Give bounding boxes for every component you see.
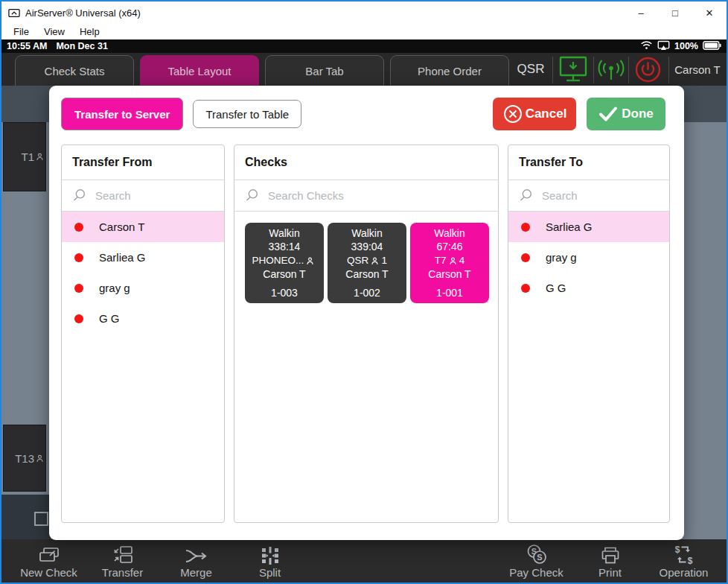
all-checkbox[interactable] (34, 512, 48, 526)
wireless-signal-icon[interactable] (596, 53, 626, 86)
transfer-from-panel: Transfer From Carson T Sarliea G (61, 145, 225, 523)
transfer-to-table-button[interactable]: Transfer to Table (193, 100, 301, 128)
window-title: AirServer® Universal (x64) (25, 7, 141, 19)
status-date: Mon Dec 31 (56, 41, 107, 51)
server-row-gray-g[interactable]: gray g (62, 273, 224, 303)
check-table: QSR (347, 254, 368, 268)
operation-button[interactable]: $ $ Operation (647, 544, 721, 579)
toolbar-label: New Check (20, 566, 77, 579)
server-row-sarliea-g[interactable]: Sarliea G (62, 242, 224, 273)
print-button[interactable]: Print (573, 544, 647, 579)
divider (668, 57, 669, 83)
screen-share-icon[interactable] (557, 53, 590, 86)
merge-icon (185, 544, 208, 565)
menu-help[interactable]: Help (72, 26, 107, 37)
battery-icon (703, 41, 721, 52)
current-user-label[interactable]: Carson T (670, 53, 725, 86)
server-row-carson-t[interactable]: Carson T (62, 212, 224, 242)
table-id: T1 (21, 150, 34, 163)
server-row-gray-g[interactable]: gray g (508, 242, 669, 273)
titlebar: AirServer® Universal (x64) – □ ✕ (1, 1, 727, 24)
tab-check-stats[interactable]: Check Stats (15, 55, 134, 86)
check-type: Walkin (351, 226, 383, 241)
search-icon (518, 188, 534, 203)
split-button[interactable]: Split (233, 544, 307, 579)
power-icon[interactable] (632, 53, 663, 86)
svg-text:$: $ (675, 545, 680, 555)
status-dot (74, 284, 83, 293)
status-dot (521, 223, 530, 232)
pay-check-button[interactable]: S S Pay Check (499, 544, 573, 579)
battery-percent: 100% (674, 41, 698, 51)
check-card-1-001[interactable]: Walkin 67:46 T7 4 Carson T 1-001 (410, 223, 489, 303)
transfer-button[interactable]: Transfer (86, 544, 159, 579)
maximize-button[interactable]: □ (658, 1, 692, 24)
toolbar-label: Pay Check (509, 566, 563, 579)
window-controls: – □ ✕ (624, 1, 727, 24)
check-number: 1-003 (271, 286, 298, 300)
server-row-sarliea-g[interactable]: Sarliea G (508, 212, 669, 242)
floor-table-t1[interactable]: T1 (3, 122, 46, 191)
transfer-to-search-input[interactable] (542, 189, 651, 202)
check-number: 1-002 (354, 286, 380, 300)
check-timer: 338:14 (269, 240, 301, 254)
new-check-button[interactable]: New Check (12, 544, 86, 579)
new-check-icon (38, 544, 60, 565)
bottom-toolbar: New Check Transfer Merge (1, 539, 727, 583)
cancel-label: Cancel (526, 107, 567, 121)
server-name: G G (546, 282, 566, 294)
checks-panel: Checks Walkin 338:14 PHONEO... (234, 145, 499, 523)
menu-view[interactable]: View (36, 26, 72, 37)
person-icon (35, 454, 45, 463)
svg-text:S: S (537, 553, 542, 562)
tab-table-layout[interactable]: Table Layout (140, 55, 259, 86)
server-row-g-g[interactable]: G G (508, 273, 669, 303)
status-time: 10:55 AM (7, 41, 47, 51)
check-type: Walkin (269, 226, 300, 241)
check-guests: 4 (459, 254, 465, 268)
floor-table-t13[interactable]: T13 (3, 425, 46, 492)
tab-bar-tab[interactable]: Bar Tab (265, 55, 384, 86)
checks-search (234, 180, 498, 212)
toolbar-label: Transfer (102, 566, 143, 579)
search-icon (244, 188, 260, 203)
status-dot (74, 223, 83, 232)
toolbar-label: Operation (660, 566, 709, 579)
done-button[interactable]: Done (587, 98, 665, 130)
check-guests: 1 (381, 254, 387, 268)
check-number: 1-001 (436, 286, 463, 300)
server-list: Sarliea G gray g G G (508, 212, 669, 522)
close-button[interactable]: ✕ (692, 1, 727, 24)
check-server: Carson T (428, 267, 470, 282)
tab-qsr[interactable]: QSR (512, 53, 549, 86)
status-dot (521, 253, 530, 262)
menubar: File View Help (1, 24, 727, 39)
minimize-button[interactable]: – (624, 1, 658, 24)
done-label: Done (622, 107, 654, 121)
tab-phone-order[interactable]: Phone Order (390, 55, 509, 86)
check-type: Walkin (434, 226, 465, 241)
print-icon (600, 544, 621, 565)
check-card-1-003[interactable]: Walkin 338:14 PHONEO... Carson T 1-003 (245, 223, 324, 303)
check-card-1-002[interactable]: Walkin 339:04 QSR 1 Carson T 1-002 (328, 223, 406, 303)
toolbar-label: Merge (180, 566, 212, 579)
server-name: gray g (99, 282, 130, 294)
airserver-app-icon (8, 8, 20, 18)
split-icon (261, 544, 280, 565)
menu-file[interactable]: File (6, 26, 36, 37)
check-timer: 67:46 (436, 240, 462, 254)
person-icon (370, 256, 380, 266)
divider (593, 57, 594, 83)
server-row-g-g[interactable]: G G (62, 303, 224, 334)
cancel-button[interactable]: Cancel (493, 98, 576, 130)
toolbar-label: Print (598, 566, 622, 579)
checks-search-input[interactable] (268, 189, 451, 202)
cancel-x-icon (502, 104, 523, 124)
transfer-to-server-button[interactable]: Transfer to Server (61, 98, 183, 130)
transfer-from-search-input[interactable] (95, 189, 205, 202)
merge-button[interactable]: Merge (159, 544, 233, 579)
transfer-to-title: Transfer To (508, 145, 669, 180)
check-server: Carson T (263, 267, 305, 282)
check-table-line: T7 4 (435, 254, 464, 268)
checks-title: Checks (234, 145, 498, 180)
